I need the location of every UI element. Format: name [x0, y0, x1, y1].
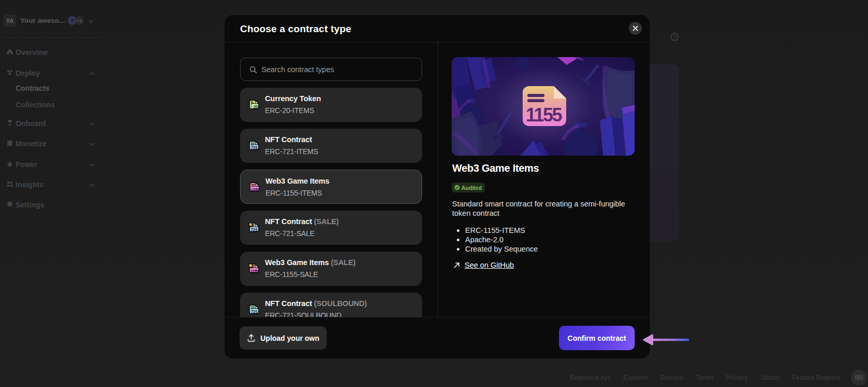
- svg-text:1155: 1155: [250, 269, 258, 273]
- svg-text:1155: 1155: [251, 187, 258, 192]
- svg-text:721: 721: [250, 227, 258, 232]
- svg-text:721: 721: [250, 309, 258, 314]
- svg-text:1155: 1155: [526, 104, 563, 126]
- svg-text:721: 721: [250, 145, 258, 150]
- svg-text:20: 20: [253, 104, 258, 109]
